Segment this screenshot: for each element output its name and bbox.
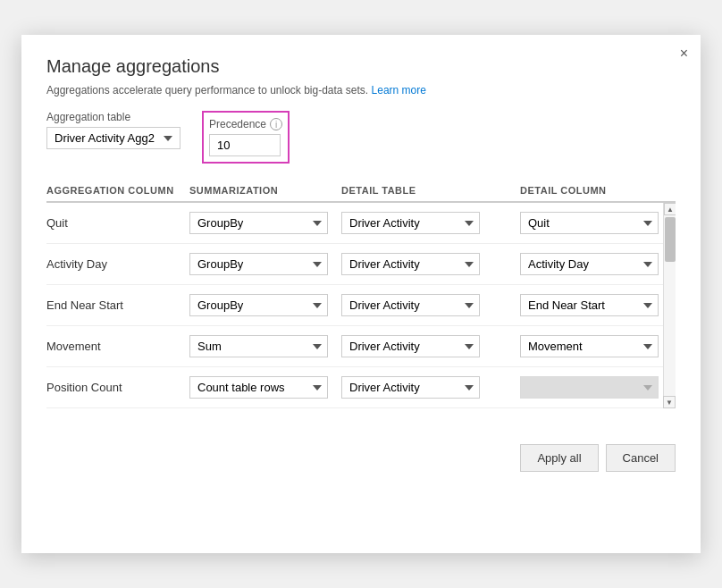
dialog-subtitle: Aggregations accelerate query performanc… (46, 84, 676, 97)
precedence-field: Precedence i (209, 118, 282, 156)
summarization-select-3[interactable]: GroupBySumCount table rowsMinMaxAverage (189, 335, 328, 357)
col-detail-table: DETAIL TABLE (341, 185, 520, 196)
aggregations-table: AGGREGATION COLUMN SUMMARIZATION DETAIL … (46, 180, 676, 408)
detail-column-select-3[interactable]: QuitActivity DayEnd Near StartMovementPo… (520, 335, 659, 357)
detail-column-select-2[interactable]: QuitActivity DayEnd Near StartMovementPo… (520, 294, 659, 316)
scrollbar-track: ▲ ▼ (663, 203, 676, 408)
table-header: AGGREGATION COLUMN SUMMARIZATION DETAIL … (46, 180, 676, 203)
detail-table-select-4[interactable]: Driver Activity (341, 376, 480, 399)
aggregation-table-select[interactable]: Driver Activity Agg2 (46, 127, 180, 149)
row-label-4: Position Count (46, 381, 189, 394)
precedence-box: Precedence i (202, 111, 290, 164)
row-label-1: Activity Day (46, 257, 189, 271)
dialog-footer: Apply all Cancel (46, 430, 676, 472)
col-detail-column: DETAIL COLUMN (520, 185, 681, 196)
detail-table-select-0[interactable]: Driver Activity (341, 212, 480, 234)
detail-table-select-3[interactable]: Driver Activity (341, 335, 480, 357)
aggregation-table-field: Aggregation table Driver Activity Agg2 (46, 111, 180, 149)
row-label-0: Quit (46, 216, 189, 230)
summarization-select-1[interactable]: GroupBySumCount table rowsMinMaxAverage (189, 253, 328, 275)
top-controls: Aggregation table Driver Activity Agg2 P… (46, 111, 676, 164)
detail-column-select-1[interactable]: QuitActivity DayEnd Near StartMovementPo… (520, 253, 659, 275)
precedence-label: Precedence i (209, 118, 282, 130)
row-label-3: Movement (46, 340, 189, 353)
manage-aggregations-dialog: × Manage aggregations Aggregations accel… (21, 35, 701, 553)
aggregation-table-label: Aggregation table (46, 111, 180, 123)
table-rows: Quit GroupBySumCount table rowsMinMaxAve… (46, 203, 676, 408)
detail-column-select-0[interactable]: QuitActivity DayEnd Near StartMovementPo… (520, 212, 659, 234)
learn-more-link[interactable]: Learn more (372, 84, 426, 97)
dialog-title: Manage aggregations (46, 56, 676, 77)
info-icon: i (270, 118, 282, 130)
table-row: End Near Start GroupBySumCount table row… (46, 285, 676, 326)
detail-table-select-2[interactable]: Driver Activity (341, 294, 480, 316)
scroll-down-arrow[interactable]: ▼ (663, 396, 676, 408)
close-button[interactable]: × (680, 46, 688, 62)
table-row: Position Count GroupBySumCount table row… (46, 367, 676, 408)
detail-column-select-4[interactable] (520, 376, 659, 399)
col-aggregation-column: AGGREGATION COLUMN (46, 185, 189, 196)
table-scroll-area: Quit GroupBySumCount table rowsMinMaxAve… (46, 203, 676, 408)
col-summarization: SUMMARIZATION (189, 185, 341, 196)
precedence-input[interactable] (209, 134, 281, 156)
summarization-select-4[interactable]: GroupBySumCount table rowsMinMaxAverage (189, 376, 328, 399)
row-label-2: End Near Start (46, 298, 189, 312)
summarization-select-2[interactable]: GroupBySumCount table rowsMinMaxAverage (189, 294, 328, 316)
table-row: Activity Day GroupBySumCount table rowsM… (46, 244, 676, 285)
table-row: Quit GroupBySumCount table rowsMinMaxAve… (46, 203, 676, 244)
scrollbar-thumb[interactable] (665, 217, 676, 262)
summarization-select-0[interactable]: GroupBySumCount table rowsMinMaxAverage (189, 212, 328, 234)
cancel-button[interactable]: Cancel (606, 444, 676, 472)
apply-all-button[interactable]: Apply all (520, 444, 598, 472)
table-row: Movement GroupBySumCount table rowsMinMa… (46, 326, 676, 367)
scroll-up-arrow[interactable]: ▲ (664, 203, 676, 215)
detail-table-select-1[interactable]: Driver Activity (341, 253, 480, 275)
